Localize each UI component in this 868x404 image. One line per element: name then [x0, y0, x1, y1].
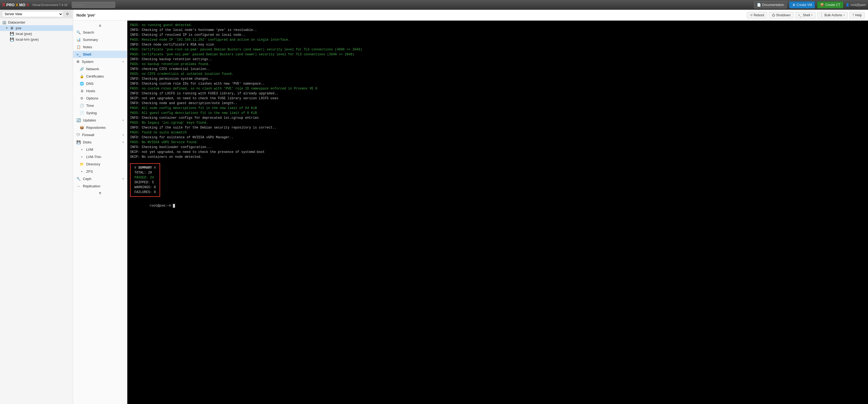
server-view-bar: Server View ⚙ — [0, 10, 73, 19]
content-area: ▲ 🔍 Search 📊 Summary 📋 Notes >_ Shell — [73, 21, 868, 404]
nav-item-shell[interactable]: >_ Shell — [73, 51, 127, 58]
nav-item-directory[interactable]: 📁 Directory — [76, 161, 127, 168]
terminal-line: INFO: Checking if resolved IP is configu… — [130, 32, 865, 37]
terminal-line: PASS: Resolved node IP '192.168.11.202' … — [130, 37, 865, 42]
nav-item-notes[interactable]: 📋 Notes — [73, 44, 127, 51]
terminal-line: INFO: Checking if the suite for the Debi… — [130, 125, 865, 130]
terminal-prompt: root@pve:~# — [130, 199, 865, 213]
ct-icon: 📦 — [820, 3, 824, 7]
local-icon: 💾 — [10, 32, 14, 36]
nav-item-summary[interactable]: 📊 Summary — [73, 36, 127, 44]
summary-total: TOTAL: 29 — [134, 170, 156, 175]
pve-icon: 🖥 — [10, 26, 14, 30]
replication-nav-icon: ↔ — [76, 184, 81, 188]
user-menu[interactable]: 👤 root@pam — [845, 3, 866, 7]
terminal-line: INFO: Checking custom role IDs for clash… — [130, 81, 865, 86]
nav-item-hosts[interactable]: 🖥 Hosts — [76, 87, 127, 95]
hosts-nav-icon: 🖥 — [80, 89, 84, 93]
summary-warnings: WARNINGS: 0 — [134, 185, 156, 190]
bulk-icon: ⋮ — [820, 13, 823, 17]
terminal-area[interactable]: PASS: no running guest detected.INFO: Ch… — [127, 21, 868, 404]
node-header: Node 'pve' ↺ Reboot ⏻ Shutdown >_ Shell … — [73, 10, 868, 21]
nav-item-repositories[interactable]: 📦 Repositories — [76, 124, 127, 131]
logo-x: X — [2, 2, 5, 8]
terminal-line: INFO: Checking backup retention settings… — [130, 57, 865, 62]
nav-item-replication[interactable]: ↔ Replication — [73, 182, 127, 190]
reboot-icon: ↺ — [750, 13, 752, 17]
nav-item-lvm[interactable]: ▪ LVM — [76, 146, 127, 153]
terminal-cursor — [173, 204, 175, 208]
terminal-line: INFO: Checking if LXCFS is running with … — [130, 91, 865, 96]
terminal-line: PASS: All guest config descriptions fit … — [130, 111, 865, 116]
ceph-chevron: ▾ — [122, 177, 124, 180]
lvmthin-nav-icon: ▪ — [80, 155, 84, 159]
nav-item-ceph[interactable]: 🔧 Ceph ▾ — [73, 175, 127, 182]
summary-box: = SUMMARY = TOTAL: 29 PASSED: 24 SKIPPED… — [130, 163, 160, 197]
terminal-line: INFO: Checking if the local node's hostn… — [130, 28, 865, 32]
create-ct-button[interactable]: 📦 Create CT — [817, 1, 843, 8]
terminal-line: INFO: Checking for existence of NVIDIA v… — [130, 135, 865, 140]
nav-item-disks[interactable]: 💾 Disks ▾ — [73, 139, 127, 146]
nav-item-syslog[interactable]: 📄 Syslog — [76, 109, 127, 117]
nav-scroll-up[interactable]: ▲ — [73, 22, 127, 29]
options-nav-icon: ⚙ — [80, 96, 84, 100]
terminal-line: SKIP: not yet upgraded, no need to check… — [130, 150, 865, 154]
nav-item-lvm-thin[interactable]: ▪ LVM-Thin — [76, 153, 127, 161]
nav-item-dns[interactable]: 🌐 DNS — [76, 80, 127, 87]
nav-item-updates[interactable]: 🔄 Updates ▾ — [73, 117, 127, 124]
nav-item-options[interactable]: ⚙ Options — [76, 95, 127, 102]
logo: X PROXMOX Virtual Environment 7.4-16 — [2, 2, 67, 8]
shutdown-button[interactable]: ⏻ Shutdown — [769, 12, 794, 19]
shell-chevron: ▾ — [811, 13, 812, 17]
logo-x2: X — [16, 3, 18, 7]
shell-header-button[interactable]: >_ Shell ▾ — [795, 12, 815, 19]
terminal-line: INFO: Checking container configs for dep… — [130, 116, 865, 120]
search-nav-icon: 🔍 — [76, 30, 81, 34]
terminal-summary: = SUMMARY = TOTAL: 29 PASSED: 24 SKIPPED… — [130, 162, 865, 197]
zfs-nav-icon: ▪ — [80, 170, 84, 174]
logo-x3: X — [27, 3, 29, 7]
doc-icon: 📄 — [757, 3, 761, 7]
terminal-line: PASS: No legacy 'lxc.cgroup' keys found. — [130, 120, 865, 125]
terminal-line: INFO: Checking bootloader configuration.… — [130, 145, 865, 150]
repo-nav-icon: 📦 — [80, 125, 84, 129]
bulk-actions-button[interactable]: ⋮ Bulk Actions ▾ — [817, 12, 847, 19]
terminal-line: PASS: Certificate 'pve-ssl.pem' passed D… — [130, 52, 865, 57]
terminal-line: PASS: no custom roles defined, so no cla… — [130, 86, 865, 91]
gear-button[interactable]: ⚙ — [64, 11, 71, 17]
tree-local[interactable]: 💾 local (pve) — [0, 31, 73, 37]
terminal-line: PASS: no CIFS credentials at outdated lo… — [130, 71, 865, 77]
tree-datacenter[interactable]: 🏢 Datacenter — [0, 20, 73, 25]
nav-item-certificates[interactable]: 🔒 Certificates — [76, 73, 127, 80]
pve-arrow: ▼ — [5, 27, 8, 30]
terminal-line: PASS: found no suite mismatch — [130, 130, 865, 135]
bulk-chevron: ▾ — [843, 13, 845, 17]
create-vm-button[interactable]: 🖥 Create VM — [789, 1, 815, 8]
nav-item-time[interactable]: 🕐 Time — [76, 102, 127, 109]
nav-item-search[interactable]: 🔍 Search — [73, 29, 127, 36]
lvm-nav-icon: ▪ — [80, 147, 84, 151]
disks-chevron: ▾ — [122, 141, 124, 144]
global-search-input[interactable] — [72, 2, 115, 8]
env-label: Virtual Environment 7.4-16 — [32, 3, 67, 6]
nav-item-network[interactable]: 🔗 Network — [76, 65, 127, 73]
logo-proxmox: PRO — [6, 3, 14, 7]
tree-local-lvm[interactable]: 💾 local-lvm (pve) — [0, 37, 73, 42]
help-icon: ? — [852, 13, 854, 17]
server-view-select[interactable]: Server View — [2, 11, 63, 17]
left-panel: Server View ⚙ 🏢 Datacenter ▼ 🖥 pve 💾 loc… — [0, 10, 73, 404]
nav-item-system[interactable]: ⚙ System ▾ — [73, 58, 127, 65]
datacenter-icon: 🏢 — [2, 20, 6, 24]
documentation-button[interactable]: 📄 Documentation — [754, 1, 787, 8]
nav-item-firewall[interactable]: 🛡 Firewall ▾ — [73, 131, 127, 139]
reboot-button[interactable]: ↺ Reboot — [747, 12, 767, 19]
vm-icon: 🖥 — [792, 3, 796, 7]
syslog-nav-icon: 📄 — [80, 111, 84, 115]
dns-nav-icon: 🌐 — [80, 82, 84, 86]
nav-item-zfs[interactable]: ▪ ZFS — [76, 168, 127, 175]
disks-nav-icon: 💾 — [76, 140, 81, 144]
tree-pve[interactable]: ▼ 🖥 pve — [0, 25, 73, 31]
help-button[interactable]: ? Help — [849, 12, 865, 19]
nav-scroll-down[interactable]: ▼ — [73, 190, 127, 197]
notes-nav-icon: 📋 — [76, 45, 81, 49]
